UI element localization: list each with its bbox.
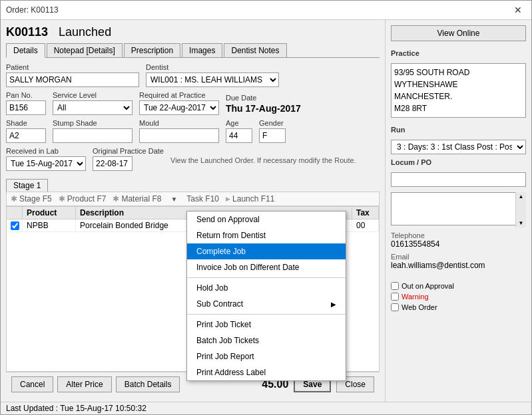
practice-label: Practice [391,49,526,57]
warning-checkbox[interactable] [391,293,399,301]
patient-input[interactable] [6,72,139,87]
left-panel: K00113 Launched Details Notepad [Details… [1,20,385,402]
out-on-approval-checkbox[interactable] [391,282,399,290]
original-label: Original Practice Date [93,147,164,155]
product-toolbar-item[interactable]: ✱ Product F7 [59,194,107,204]
pan-input[interactable] [6,100,46,115]
tab-prescription[interactable]: Prescription [124,43,180,57]
menu-return-from-dentist[interactable]: Return from Dentist [187,227,346,243]
gender-input[interactable] [259,128,286,143]
order-id: K00113 [6,25,48,39]
email-label: Email [391,253,526,261]
menu-invoice-different-date[interactable]: Invoice Job on Different Date [187,259,346,275]
address-line-2: WYTHENSHAWE [394,78,523,90]
service-select[interactable]: All [53,100,133,115]
main-content: K00113 Launched Details Notepad [Details… [1,20,531,402]
product-star-icon: ✱ [59,194,65,204]
received-field: Received in Lab Tue 15-Aug-2017 [6,147,86,171]
menu-print-job-ticket[interactable]: Print Job Ticket [187,317,346,333]
practice-address: 93/95 SOUTH ROAD WYTHENSHAWE MANCHESTER.… [391,63,526,118]
patient-dentist-row: Patient Dentist WIL001 : MS. LEAH WILLIA… [6,63,380,87]
material-label: Material F8 [121,194,161,204]
menu-batch-job-tickets[interactable]: Batch Job Tickets [187,333,346,348]
stump-field: Stump Shade [53,119,133,143]
tab-images[interactable]: Images [182,43,222,57]
locum-label: Locum / PO [391,158,526,166]
locum-textarea[interactable] [391,192,526,225]
header-checkbox [7,207,23,219]
menu-send-on-approval[interactable]: Send on Approval [187,211,346,227]
original-field: Original Practice Date [93,147,164,171]
shade-input[interactable] [6,128,46,143]
product-label: Product F7 [67,194,107,204]
menu-complete-job[interactable]: Complete Job [187,243,346,259]
tab-dentist-notes[interactable]: Dentist Notes [224,43,286,57]
launch-label: Launch F11 [232,194,274,204]
status-text: Last Updated : Tue 15-Aug-17 10:50:32 [6,404,146,413]
menu-print-job-report[interactable]: Print Job Report [187,348,346,364]
mould-field: Mould [139,119,219,143]
checkboxes-section: Out on Approval Warning Web Order [391,279,526,311]
stump-label: Stump Shade [53,119,133,127]
scrollbar[interactable]: ▲ ▼ [515,192,526,227]
batch-details-button[interactable]: Batch Details [116,376,180,392]
window-close-button[interactable]: ✕ [510,3,526,17]
view-online-button[interactable]: View Online [391,25,526,41]
required-select[interactable]: Tue 22-Aug-2017 [139,100,219,115]
row-product: NPBB [23,219,76,231]
row-checkbox[interactable] [7,219,23,231]
menu-separator-2 [187,314,346,315]
material-toolbar-item[interactable]: ✱ Material F8 [113,194,161,204]
view-link-text: View the Launched Order. If necessary mo… [170,156,356,164]
row-check-input[interactable] [11,221,19,230]
scroll-down-icon[interactable]: ▼ [516,219,526,227]
telephone-value: 01613554854 [391,239,526,249]
stage-tab[interactable]: Stage 1 [6,179,48,192]
age-field: Age [226,119,252,143]
pan-label: Pan No. [6,91,46,99]
tab-notepad[interactable]: Notepad [Details] [47,43,123,57]
mould-label: Mould [139,119,219,127]
stage-toolbar-item[interactable]: ✱ Stage F5 [11,194,52,204]
mould-input[interactable] [139,128,219,143]
window-title: Order: K00113 [6,5,59,15]
stage-star-icon: ✱ [11,194,17,204]
launch-toolbar-item[interactable]: ▶ Launch F11 [226,194,274,204]
menu-print-address-label[interactable]: Print Address Label [187,364,346,380]
stump-input[interactable] [53,128,133,143]
cancel-button[interactable]: Cancel [11,376,53,392]
menu-sub-contract[interactable]: Sub Contract ▶ [187,296,346,312]
due-date-value: Thu 17-Aug-2017 [226,103,301,114]
stage-section: Stage 1 ✱ Stage F5 ✱ Product F7 ✱ Materi… [6,175,380,372]
tab-bar: Details Notepad [Details] Prescription I… [6,43,380,58]
web-order-row: Web Order [391,303,526,311]
run-select[interactable]: 3 : Days: 3 : 1st Class Post : Postal [391,140,526,154]
out-on-approval-label: Out on Approval [401,282,454,290]
dropdown-arrow-icon[interactable]: ▼ [168,196,180,203]
alter-price-button[interactable]: Alter Price [57,376,111,392]
run-label: Run [391,126,526,134]
order-status: Launched [59,25,111,39]
original-input[interactable] [93,156,133,171]
header-product: Product [23,207,76,219]
product-toolbar: ✱ Stage F5 ✱ Product F7 ✱ Material F8 ▼ … [6,192,380,206]
patient-field: Patient [6,63,139,87]
address-line-1: 93/95 SOUTH ROAD [394,67,523,78]
task-toolbar-item[interactable]: Task F10 [186,194,219,204]
telephone-label: Telephone [391,231,526,239]
warning-row: Warning [391,293,526,301]
age-input[interactable] [226,128,252,143]
tab-details[interactable]: Details [6,43,45,58]
received-select[interactable]: Tue 15-Aug-2017 [6,156,86,171]
material-star-icon: ✱ [113,194,119,204]
locum-input[interactable] [391,172,526,187]
dentist-select[interactable]: WIL001 : MS. LEAH WILLIAMS [146,72,279,87]
service-label: Service Level [53,91,133,99]
patient-label: Patient [6,63,139,71]
web-order-checkbox[interactable] [391,303,399,311]
age-label: Age [226,119,252,127]
warning-label: Warning [401,293,429,301]
stage-label: Stage F5 [19,194,52,204]
scroll-up-icon[interactable]: ▲ [516,192,526,201]
menu-hold-job[interactable]: Hold Job [187,280,346,296]
